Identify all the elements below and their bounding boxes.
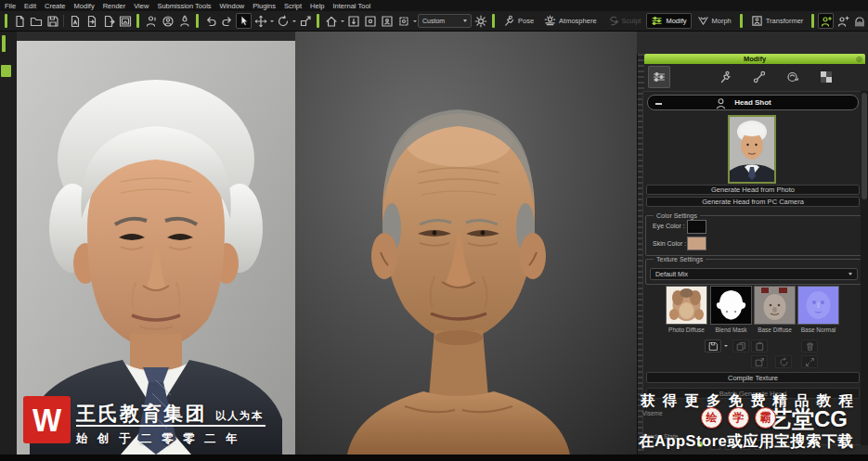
- eye-color-swatch[interactable]: [687, 220, 706, 234]
- panel-scrollbar-thumb[interactable]: [862, 93, 867, 199]
- viseme-section-label[interactable]: Viseme: [642, 410, 663, 416]
- tab-animation[interactable]: [715, 66, 737, 88]
- texture-mode-select[interactable]: Default Mix: [650, 268, 858, 280]
- rotate-tool-caret[interactable]: [292, 20, 296, 22]
- move-tool-caret[interactable]: [270, 20, 274, 22]
- base-normal-thumbnail[interactable]: [797, 286, 839, 325]
- hair-tool-button[interactable]: [851, 13, 867, 29]
- menu-view[interactable]: View: [134, 2, 149, 10]
- frame-face-button[interactable]: [379, 13, 395, 29]
- material-sphere-icon: [786, 70, 799, 83]
- add-character-button[interactable]: [835, 13, 850, 29]
- modify-label: Modify: [666, 17, 686, 25]
- skin-color-swatch[interactable]: [687, 237, 706, 250]
- menu-plugins[interactable]: Plugins: [253, 2, 276, 10]
- headshot-section-title: Head Shot: [734, 98, 771, 107]
- import-file-button[interactable]: [84, 13, 99, 29]
- morph-button[interactable]: Morph: [693, 13, 736, 29]
- headshot-section-header[interactable]: Head Shot: [647, 95, 859, 110]
- expand-texture-button: [801, 355, 818, 368]
- camera-orbit-button[interactable]: [395, 13, 411, 29]
- left-dock-tool-button[interactable]: [1, 65, 11, 77]
- compile-texture-button[interactable]: Compile Texture: [646, 372, 860, 383]
- tab-attribute[interactable]: [648, 66, 670, 88]
- generate-head-from-photo-button[interactable]: Generate Head from Photo: [646, 185, 860, 195]
- scale-icon: [299, 15, 312, 28]
- scale-tool-button[interactable]: [297, 13, 313, 29]
- save-project-button[interactable]: [45, 13, 60, 29]
- edit-launch-icon: [755, 357, 765, 367]
- reference-photo-panel: W 王氏教育集团 以人为本 始创于二零零二年: [17, 41, 295, 455]
- frame-selected-button[interactable]: [362, 13, 378, 29]
- save-icon: [46, 15, 59, 28]
- watermark-founded-text: 始创于二零零二年: [76, 431, 247, 447]
- viewport-3d[interactable]: [295, 32, 637, 455]
- base-diffuse-thumbnail[interactable]: [754, 286, 796, 325]
- select-tool-button[interactable]: [236, 13, 252, 29]
- light-settings-button[interactable]: [473, 13, 488, 29]
- character-tool-button-1[interactable]: [143, 13, 159, 29]
- tab-material[interactable]: [782, 66, 804, 88]
- menu-window[interactable]: Window: [220, 2, 245, 10]
- generate-head-from-pc-camera-button[interactable]: Generate Head from PC Camera: [646, 197, 860, 207]
- avatar-pin-icon: [145, 15, 158, 28]
- panel-pin-icon[interactable]: ◎: [856, 54, 862, 64]
- paste-icon: [755, 341, 765, 352]
- pack-project-button[interactable]: [117, 13, 133, 29]
- toolbar-accent-divider: [740, 14, 743, 28]
- camera-orbit-caret[interactable]: [413, 20, 417, 22]
- refresh-texture-button: [775, 355, 792, 368]
- trash-icon: [805, 341, 815, 352]
- photo-diffuse-thumbnail[interactable]: [666, 286, 707, 325]
- rotate-icon: [277, 15, 290, 28]
- tab-physics[interactable]: [748, 66, 771, 88]
- camera-preset-dropdown[interactable]: Custom: [418, 14, 472, 28]
- menu-edit[interactable]: Edit: [24, 2, 36, 10]
- save-texture-button[interactable]: [705, 339, 721, 352]
- menu-submission-tools[interactable]: Submission Tools: [157, 2, 211, 10]
- open-project-button[interactable]: [28, 13, 44, 29]
- save-options-caret[interactable]: [724, 345, 728, 347]
- sculpt-icon: [607, 15, 619, 27]
- eye-color-label: Eye Color :: [653, 223, 685, 229]
- home-view-caret[interactable]: [341, 20, 344, 22]
- character-tool-button-2[interactable]: [160, 13, 175, 29]
- import-button[interactable]: [67, 13, 83, 29]
- frame-all-button[interactable]: [345, 13, 361, 29]
- bottom-bar: [0, 455, 868, 461]
- camera-orbit-icon: [397, 15, 410, 28]
- atmosphere-button[interactable]: Atmosphere: [539, 13, 601, 29]
- menu-create[interactable]: Create: [45, 2, 66, 10]
- menu-file[interactable]: File: [5, 2, 16, 10]
- export-file-button[interactable]: [100, 13, 116, 29]
- undo-button[interactable]: [202, 13, 218, 29]
- head-bust-icon: [715, 97, 727, 109]
- panel-scrollbar[interactable]: [861, 91, 868, 445]
- menu-internal-tool[interactable]: Internal Tool: [333, 2, 371, 10]
- headshot-source-photo[interactable]: [728, 115, 776, 184]
- create-character-button[interactable]: [818, 13, 834, 29]
- rotate-tool-button[interactable]: [275, 13, 291, 29]
- delete-texture-button: [801, 339, 818, 352]
- collapse-minus-icon[interactable]: [655, 103, 662, 105]
- redo-button[interactable]: [219, 13, 235, 29]
- modify-button[interactable]: Modify: [646, 13, 691, 29]
- modify-sliders-icon: [651, 15, 663, 27]
- copy-icon: [736, 341, 746, 352]
- pose-button[interactable]: Pose: [499, 13, 538, 29]
- menu-modify[interactable]: Modify: [74, 2, 95, 10]
- menu-script[interactable]: Script: [284, 2, 302, 10]
- character-plus-icon: [820, 15, 833, 28]
- frame-selected-icon: [364, 15, 377, 28]
- character-tool-button-3[interactable]: [176, 13, 192, 29]
- tab-texture[interactable]: [815, 66, 837, 88]
- menu-render[interactable]: Render: [103, 2, 126, 10]
- transformer-button[interactable]: Transformer: [746, 13, 809, 29]
- new-project-button[interactable]: [11, 13, 27, 29]
- move-tool-button[interactable]: [253, 13, 268, 29]
- menu-help[interactable]: Help: [310, 2, 324, 10]
- home-view-button[interactable]: [323, 13, 339, 29]
- left-dock-accent: [2, 35, 6, 52]
- pose-label: Pose: [518, 17, 534, 25]
- blend-mask-thumbnail[interactable]: [710, 286, 752, 325]
